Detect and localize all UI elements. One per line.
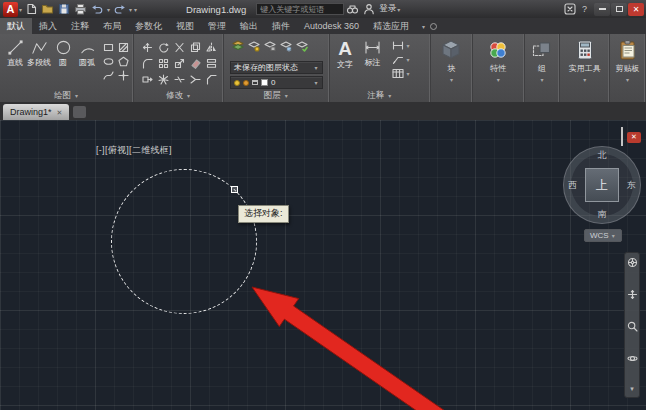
layer-freeze-tool[interactable] [280, 38, 292, 56]
minimize-button[interactable] [594, 3, 610, 16]
viewcube-north[interactable]: 北 [563, 149, 641, 162]
steering-wheel-tool[interactable] [627, 257, 638, 268]
hatch-tool[interactable] [117, 41, 130, 53]
break-tool[interactable] [173, 73, 186, 86]
doc-close-button[interactable] [627, 132, 641, 143]
panel-utilities[interactable]: 实用工具 [560, 34, 610, 102]
ribbon-tab-insert[interactable]: 插入 [32, 18, 64, 34]
ribbon-tab-annotate[interactable]: 注释 [64, 18, 96, 34]
leader-tool[interactable] [392, 54, 411, 65]
ribbon-tab-parametric[interactable]: 参数化 [128, 18, 169, 34]
line-tool[interactable]: 直线 [3, 37, 27, 68]
polyline-tool[interactable]: 多段线 [27, 37, 51, 68]
dimension-tool[interactable]: 标注 [358, 37, 388, 68]
spline-tool[interactable] [102, 69, 115, 81]
ribbon-pin-icon[interactable] [430, 23, 437, 30]
orbit-tool[interactable] [627, 353, 638, 364]
infocenter-search[interactable] [256, 3, 344, 15]
panel-groups[interactable]: 组 [525, 34, 561, 102]
text-tool[interactable]: A 文字 [333, 37, 358, 70]
viewcube-south[interactable]: 南 [563, 208, 641, 221]
ribbon-tab-featured-apps[interactable]: 精选应用 [366, 18, 416, 34]
signin-button[interactable]: 登录 [379, 3, 396, 15]
panel-title-annotation[interactable]: 注释 [330, 89, 431, 102]
erase-tool[interactable] [189, 57, 202, 70]
layer-off-tool[interactable] [248, 38, 260, 56]
offset-tool[interactable] [205, 57, 218, 70]
zoom-icon [627, 321, 638, 332]
ribbon-tab-autodesk360[interactable]: Autodesk 360 [297, 18, 366, 34]
chamfer-tool[interactable] [205, 73, 218, 86]
ribbon-display-chevron-icon[interactable] [421, 23, 426, 30]
panel-clipboard[interactable]: 剪贴板 [610, 34, 646, 102]
move-tool[interactable] [141, 41, 154, 54]
maximize-button[interactable] [611, 3, 627, 16]
navbar-more-chevron-icon[interactable]: ▾ [630, 385, 634, 393]
signin-user-icon[interactable] [361, 2, 377, 17]
rotate-tool[interactable] [157, 41, 170, 54]
point-tool[interactable] [117, 69, 130, 81]
close-button[interactable] [628, 3, 644, 16]
viewport-controls[interactable]: [-][俯视][二维线框] [96, 144, 172, 157]
layer-current-tool[interactable] [296, 38, 308, 56]
layer-isolate-tool[interactable] [264, 38, 276, 56]
new-drawing-button[interactable] [23, 2, 39, 17]
panel-title-modify[interactable]: 修改 [134, 89, 223, 102]
navigation-bar[interactable]: ▾ [624, 252, 640, 398]
ribbon-tab-layout[interactable]: 布局 [96, 18, 128, 34]
explode-tool[interactable] [157, 73, 170, 86]
exchange-apps-button[interactable] [562, 2, 578, 17]
zoom-tool[interactable] [627, 321, 638, 332]
new-tab-button[interactable] [73, 106, 86, 118]
copy-tool[interactable] [189, 41, 202, 54]
quick-access-menu-chevron-icon[interactable] [133, 6, 138, 13]
layer-properties-tool[interactable] [232, 38, 244, 56]
rectangle-tool[interactable] [102, 41, 115, 53]
array-tool[interactable] [157, 57, 170, 70]
save-button[interactable] [56, 2, 72, 17]
wcs-dropdown[interactable]: WCS [584, 229, 622, 242]
panel-properties[interactable]: 特性 [473, 34, 525, 102]
plot-button[interactable] [72, 2, 89, 17]
fillet-tool[interactable] [141, 57, 154, 70]
open-folder-icon [41, 3, 54, 15]
search-binoculars-icon[interactable] [344, 2, 361, 17]
linear-dimension-tool[interactable] [392, 40, 411, 51]
table-tool[interactable] [392, 68, 411, 79]
document-tab-active[interactable]: Drawing1* [3, 104, 69, 120]
ribbon-tab-home[interactable]: 默认 [0, 18, 32, 34]
layer-state-dropdown[interactable]: 未保存的图层状态 [230, 61, 323, 74]
viewcube[interactable]: 北 南 西 东 上 [563, 146, 641, 224]
redo-button[interactable] [111, 2, 128, 17]
undo-button[interactable] [89, 2, 106, 17]
doc-restore-button[interactable] [621, 128, 623, 146]
ribbon-tab-output[interactable]: 输出 [233, 18, 265, 34]
panel-block[interactable]: 块 [431, 34, 473, 102]
open-button[interactable] [39, 2, 56, 17]
join-tool[interactable] [189, 73, 202, 86]
polygon-tool[interactable] [117, 55, 130, 67]
panel-title-layers[interactable]: 图层 [224, 89, 329, 102]
signin-chevron-icon[interactable] [396, 6, 401, 13]
drawing-canvas[interactable]: [-][俯视][二维线框] 选择对象: 北 南 西 东 上 WCS [0, 120, 646, 410]
pan-tool[interactable] [627, 289, 638, 300]
arc-tool[interactable]: 圆弧 [75, 37, 99, 68]
viewcube-east[interactable]: 东 [627, 179, 636, 192]
viewcube-west[interactable]: 西 [568, 179, 577, 192]
current-layer-dropdown[interactable]: 0 [230, 76, 323, 89]
help-button[interactable]: ? [582, 4, 587, 14]
stretch-tool[interactable] [141, 73, 154, 86]
viewcube-top-face[interactable]: 上 [585, 168, 619, 202]
document-tab-close-icon[interactable] [57, 107, 63, 117]
ribbon-tab-manage[interactable]: 管理 [201, 18, 233, 34]
app-logo-icon[interactable]: A [3, 2, 18, 17]
trim-tool[interactable] [173, 41, 186, 54]
mirror-tool[interactable] [205, 41, 218, 54]
circle-tool[interactable]: 圆 [51, 37, 75, 68]
ellipse-tool[interactable] [102, 55, 115, 67]
scale-tool[interactable] [173, 57, 186, 70]
panel-title-draw[interactable]: 绘图 [0, 89, 133, 102]
search-input[interactable] [260, 5, 340, 14]
ribbon-tab-view[interactable]: 视图 [169, 18, 201, 34]
ribbon-tab-plugins[interactable]: 插件 [265, 18, 297, 34]
